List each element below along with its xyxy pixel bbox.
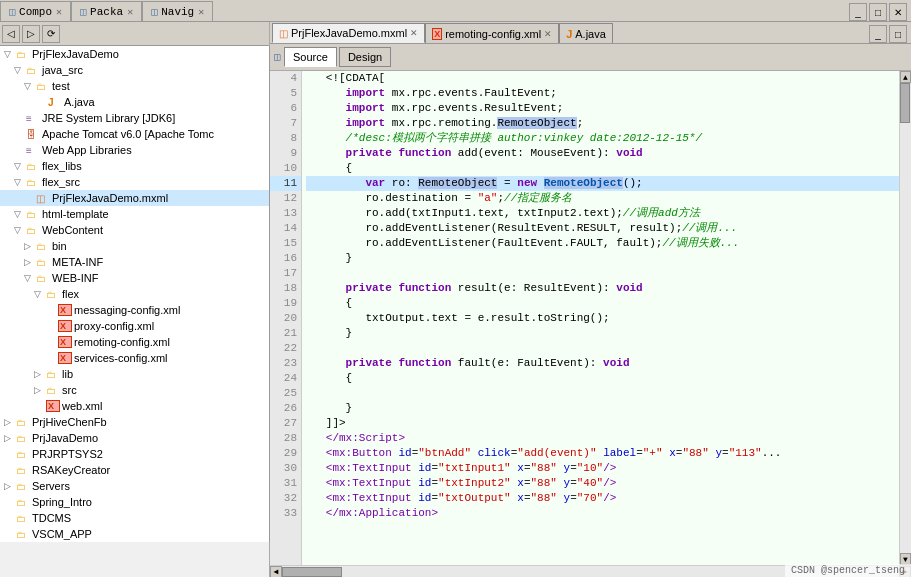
expand-icon: ▽: [14, 161, 26, 171]
tree-item-flex[interactable]: ▽ 🗀 flex: [0, 286, 269, 302]
code-line: [306, 341, 899, 356]
source-design-bar: ◫ Source Design: [270, 44, 911, 71]
expand-icon: [46, 353, 58, 363]
tree-item-test[interactable]: ▽ 🗀 test: [0, 78, 269, 94]
tab-compo-label: Compo: [19, 6, 52, 18]
tree-item-webxml[interactable]: X web.xml: [0, 398, 269, 414]
tab-prjflex[interactable]: ◫ PrjFlexJavaDemo.mxml ✕: [272, 23, 425, 43]
tab-navig-close[interactable]: ✕: [198, 6, 204, 18]
tree-item-rsa[interactable]: 🗀 RSAKeyCreator: [0, 462, 269, 478]
tree-item-ajava[interactable]: J A.java: [0, 94, 269, 110]
scroll-thumb[interactable]: [900, 83, 910, 123]
tab-compo[interactable]: ◫ Compo ✕: [0, 1, 71, 21]
scroll-hthumb[interactable]: [282, 567, 342, 577]
compo-icon: ◫: [9, 6, 15, 18]
source-btn[interactable]: Source: [284, 47, 337, 67]
tree-item-tomcat[interactable]: 🗄 Apache Tomcat v6.0 [Apache Tomc: [0, 126, 269, 142]
tree-item-src[interactable]: ▷ 🗀 src: [0, 382, 269, 398]
line-numbers: 4 5 6 7 8 9 10 11 12 13 14 15 16 17 18 1…: [270, 71, 302, 565]
tree-item-services[interactable]: X services-config.xml: [0, 350, 269, 366]
navig-icon: ◫: [151, 6, 157, 18]
expand-icon: ▽: [24, 81, 36, 91]
code-line: /*desc:模拟两个字符串拼接 author:vinkey date:2012…: [306, 131, 899, 146]
expand-btn[interactable]: ▷: [22, 25, 40, 43]
tab-packa[interactable]: ◫ Packa ✕: [71, 1, 142, 21]
tree-item-vscm[interactable]: 🗀 VSCM_APP: [0, 526, 269, 542]
tree-item-proxy[interactable]: X proxy-config.xml: [0, 318, 269, 334]
code-line: private function add(event: MouseEvent):…: [306, 146, 899, 161]
tree-item-mxml[interactable]: ◫ PrjFlexJavaDemo.mxml: [0, 190, 269, 206]
folder-icon: 🗀: [46, 369, 60, 380]
lib-icon: ≡: [26, 145, 40, 156]
maximize-btn[interactable]: □: [869, 3, 887, 21]
code-line: </mx:Application>: [306, 506, 899, 521]
tree-item-prjflex[interactable]: ▽ 🗀 PrjFlexJavaDemo: [0, 46, 269, 62]
code-line: import mx.rpc.events.FaultEvent;: [306, 86, 899, 101]
tree-item-webapp-libs[interactable]: ≡ Web App Libraries: [0, 142, 269, 158]
expand-icon: ▽: [14, 65, 26, 75]
xml-tab-icon: X: [432, 28, 442, 40]
tree-item-prjjava[interactable]: ▷ 🗀 PrjJavaDemo: [0, 430, 269, 446]
tab-packa-close[interactable]: ✕: [127, 6, 133, 18]
expand-icon: ▽: [24, 273, 36, 283]
tree-item-prjrpt[interactable]: 🗀 PRJRPTSYS2: [0, 446, 269, 462]
tab-ajava[interactable]: J A.java: [559, 23, 613, 43]
tree-item-webinf[interactable]: ▽ 🗀 WEB-INF: [0, 270, 269, 286]
code-line: ro.addEventListener(FaultEvent.FAULT, fa…: [306, 236, 899, 251]
expand-icon: ▽: [14, 177, 26, 187]
tab-compo-close[interactable]: ✕: [56, 6, 62, 18]
tab-remoting-close[interactable]: ✕: [544, 29, 552, 39]
code-line: ro.addEventListener(ResultEvent.RESULT, …: [306, 221, 899, 236]
mxml-icon: ◫: [36, 193, 50, 204]
link-btn[interactable]: ⟳: [42, 25, 60, 43]
tree-item-html-template[interactable]: ▽ 🗀 html-template: [0, 206, 269, 222]
tab-remoting[interactable]: X remoting-config.xml ✕: [425, 23, 559, 43]
code-line: }: [306, 251, 899, 266]
code-line: var ro: RemoteObject = new RemoteObject(…: [306, 176, 899, 191]
code-line: <mx:TextInput id="txtInput1" x="88" y="1…: [306, 461, 899, 476]
tree-item-flex-src[interactable]: ▽ 🗀 flex_src: [0, 174, 269, 190]
packa-icon: ◫: [80, 6, 86, 18]
tree-item-prjhive[interactable]: ▷ 🗀 PrjHiveChenFb: [0, 414, 269, 430]
tree-item-tdcms[interactable]: 🗀 TDCMS: [0, 510, 269, 526]
code-line: <![CDATA[: [306, 71, 899, 86]
code-line: <mx:TextInput id="txtInput2" x="88" y="4…: [306, 476, 899, 491]
tree-item-bin[interactable]: ▷ 🗀 bin: [0, 238, 269, 254]
code-line: ro.add(txtInput1.text, txtInput2.text);/…: [306, 206, 899, 221]
folder-icon: 🗀: [16, 481, 30, 492]
tree-item-messaging[interactable]: X messaging-config.xml: [0, 302, 269, 318]
tree-item-servers[interactable]: ▷ 🗀 Servers: [0, 478, 269, 494]
expand-icon: ▷: [4, 433, 16, 443]
scroll-left-btn[interactable]: ◀: [270, 566, 282, 578]
scroll-up-btn[interactable]: ▲: [900, 71, 911, 83]
code-content[interactable]: <![CDATA[ import mx.rpc.events.FaultEven…: [302, 71, 899, 565]
expand-icon: [14, 129, 26, 139]
tab-prjflex-close[interactable]: ✕: [410, 28, 418, 38]
expand-icon: [14, 113, 26, 123]
editor-maximize-btn[interactable]: □: [889, 25, 907, 43]
minimize-btn[interactable]: _: [849, 3, 867, 21]
vertical-scrollbar[interactable]: ▲ ▼: [899, 71, 911, 565]
tree-item-spring[interactable]: 🗀 Spring_Intro: [0, 494, 269, 510]
tree-item-flex-libs[interactable]: ▽ 🗀 flex_libs: [0, 158, 269, 174]
expand-icon: [4, 497, 16, 507]
tree-item-remoting[interactable]: X remoting-config.xml: [0, 334, 269, 350]
folder-icon: 🗀: [36, 257, 50, 268]
code-line: ]]>: [306, 416, 899, 431]
xml-icon: X: [46, 400, 60, 412]
editor-minimize-btn[interactable]: _: [869, 25, 887, 43]
tree-item-webcontent[interactable]: ▽ 🗀 WebContent: [0, 222, 269, 238]
tree-item-lib[interactable]: ▷ 🗀 lib: [0, 366, 269, 382]
design-btn[interactable]: Design: [339, 47, 391, 67]
tree-item-metainf[interactable]: ▷ 🗀 META-INF: [0, 254, 269, 270]
code-line: txtOutput.text = e.result.toString();: [306, 311, 899, 326]
close-btn[interactable]: ✕: [889, 3, 907, 21]
tab-navig[interactable]: ◫ Navig ✕: [142, 1, 213, 21]
folder-icon: 🗀: [16, 49, 30, 60]
top-tab-bar: ◫ Compo ✕ ◫ Packa ✕ ◫ Navig ✕ _ □ ✕: [0, 0, 911, 22]
folder-icon: 🗀: [16, 465, 30, 476]
tree-item-jre[interactable]: ≡ JRE System Library [JDK6]: [0, 110, 269, 126]
collapse-btn[interactable]: ◁: [2, 25, 20, 43]
tree-item-java-src[interactable]: ▽ 🗀 java_src: [0, 62, 269, 78]
tab-ajava-label: A.java: [575, 28, 606, 40]
